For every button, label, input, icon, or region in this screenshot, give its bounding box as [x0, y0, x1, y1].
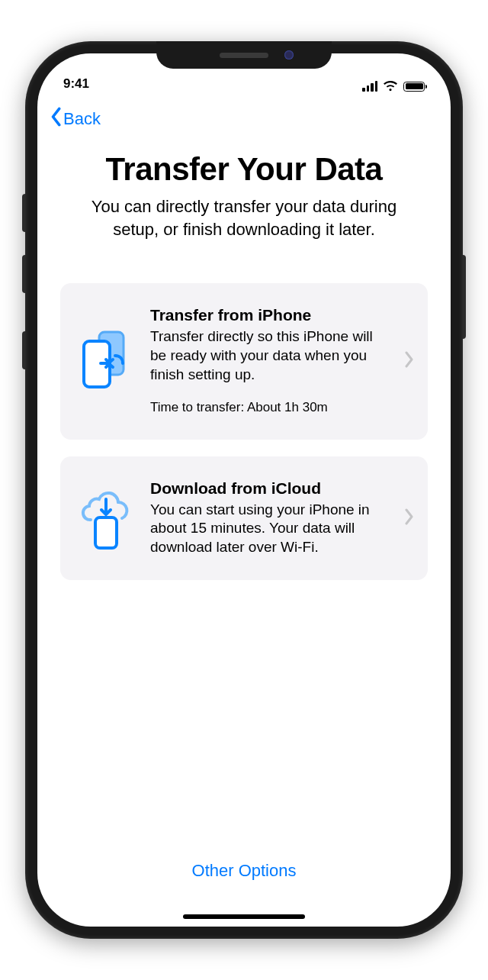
- option-title: Download from iCloud: [150, 479, 390, 498]
- home-indicator[interactable]: [183, 914, 305, 919]
- page-subtitle: You can directly transfer your data duri…: [60, 195, 428, 240]
- option-title: Transfer from iPhone: [150, 306, 390, 324]
- device-frame: 9:41 Back: [25, 41, 463, 939]
- option-transfer-from-iphone[interactable]: Transfer from iPhone Transfer directly s…: [60, 283, 428, 439]
- svg-rect-2: [95, 517, 117, 548]
- cloud-download-icon: [79, 482, 133, 554]
- screen: 9:41 Back: [37, 53, 451, 927]
- phone-transfer-icon: [79, 329, 133, 393]
- status-time: 9:41: [63, 76, 89, 92]
- page-title: Transfer Your Data: [60, 151, 428, 188]
- cellular-icon: [362, 81, 377, 92]
- battery-icon: [403, 82, 425, 92]
- device-notch: [156, 41, 332, 69]
- option-body: Transfer directly so this iPhone will be…: [150, 327, 390, 384]
- chevron-left-icon: [50, 107, 62, 131]
- chevron-right-icon: [405, 351, 414, 371]
- wifi-icon: [383, 81, 398, 92]
- back-button[interactable]: Back: [50, 107, 101, 131]
- option-footnote: Time to transfer: About 1h 30m: [150, 399, 390, 416]
- option-body: You can start using your iPhone in about…: [150, 501, 390, 557]
- other-options-link[interactable]: Other Options: [60, 843, 428, 914]
- option-download-from-icloud[interactable]: Download from iCloud You can start using…: [60, 456, 428, 580]
- chevron-right-icon: [405, 508, 414, 528]
- back-label: Back: [63, 109, 101, 129]
